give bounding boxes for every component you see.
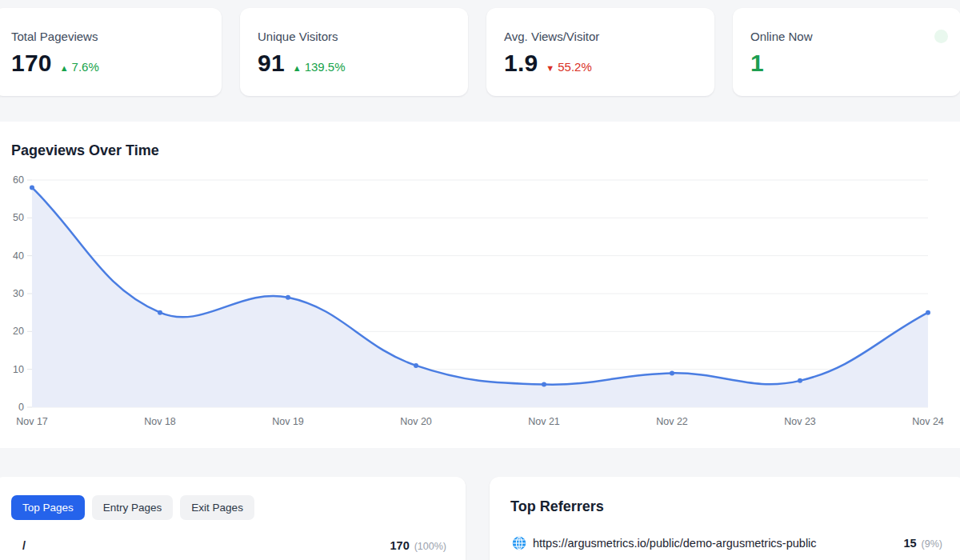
chart-point [414,363,418,368]
stat-label: Total Pageviews [11,30,204,43]
chart-area-fill [32,187,928,407]
page-share: (100%) [414,541,446,552]
stats-row: Total Pageviews 170 ▲ 7.6% Unique Visito… [0,8,960,96]
globe-icon [512,536,526,550]
y-axis-tick-label: 40 [13,250,24,262]
page-count: 170 [390,539,410,552]
trend-up-icon: ▲ [60,63,69,73]
stat-value: 91 [258,50,285,77]
stat-card-online-now: Online Now 1 [733,8,960,96]
chart-point [286,295,290,300]
chart-point [158,310,162,315]
chart-point [670,370,674,375]
stat-label: Unique Visitors [258,30,450,43]
stat-card-unique-visitors: Unique Visitors 91 ▲ 139.5% [240,8,468,96]
referrer-row: https://argusmetrics.io/public/demo-argu… [512,536,942,550]
trend-indicator: ▲ 139.5% [293,60,346,74]
trend-indicator: ▼ 55.2% [546,60,591,74]
pages-tabs: Top Pages Entry Pages Exit Pages [11,495,254,520]
x-axis-tick-label: Nov 20 [400,416,432,427]
trend-value: 139.5% [305,60,346,74]
x-axis-tick-label: Nov 19 [272,416,304,427]
y-axis-tick-label: 60 [13,174,24,186]
y-axis-tick-label: 20 [13,326,24,337]
trend-up-icon: ▲ [293,63,302,73]
trend-value: 55.2% [558,60,592,74]
stat-value: 170 [11,50,52,77]
tab-entry-pages[interactable]: Entry Pages [92,495,174,520]
trend-value: 7.6% [72,60,99,74]
pages-panel: Top Pages Entry Pages Exit Pages / 170 (… [0,477,466,560]
pageviews-chart-section: Pageviews Over Time 0102030405060Nov 17N… [0,122,960,448]
referrers-title: Top Referrers [510,498,604,515]
tab-top-pages[interactable]: Top Pages [11,495,85,520]
live-pulse-icon [934,30,948,43]
referrer-url[interactable]: https://argusmetrics.io/public/demo-argu… [533,537,817,550]
chart-point [926,310,930,315]
pageviews-line-chart[interactable]: 0102030405060Nov 17Nov 18Nov 19Nov 20Nov… [0,122,960,448]
stat-value: 1 [750,50,764,77]
x-axis-tick-label: Nov 24 [912,416,944,427]
chart-point [542,382,546,387]
page-path: / [22,539,26,552]
x-axis-tick-label: Nov 18 [144,416,176,427]
chart-point [30,185,34,190]
trend-indicator: ▲ 7.6% [60,60,99,74]
x-axis-tick-label: Nov 22 [656,416,688,427]
referrer-share: (9%) [922,538,942,550]
y-axis-tick-label: 10 [13,364,24,375]
stat-card-total-pageviews: Total Pageviews 170 ▲ 7.6% [0,8,222,96]
x-axis-tick-label: Nov 21 [528,416,560,427]
chart-point [798,378,802,383]
trend-down-icon: ▼ [546,63,554,73]
stat-label: Avg. Views/Visitor [504,30,697,43]
y-axis-tick-label: 30 [13,288,24,299]
referrer-count: 15 [903,537,916,550]
y-axis-tick-label: 50 [13,212,24,223]
stat-card-avg-views: Avg. Views/Visitor 1.9 ▼ 55.2% [486,8,714,96]
referrers-panel: Top Referrers https://argusmetrics.io/pu… [490,477,960,560]
stat-label: Online Now [750,30,943,43]
y-axis-tick-label: 0 [18,402,24,413]
x-axis-tick-label: Nov 17 [16,416,48,427]
x-axis-tick-label: Nov 23 [784,416,816,427]
stat-value: 1.9 [504,50,538,77]
page-row: / 170 (100%) [22,539,446,552]
tab-exit-pages[interactable]: Exit Pages [180,495,254,520]
